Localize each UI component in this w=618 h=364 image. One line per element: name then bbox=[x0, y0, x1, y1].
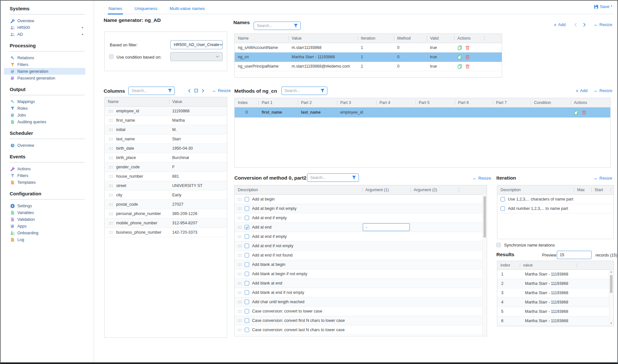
columns-search-input[interactable] bbox=[131, 88, 168, 93]
columns-row[interactable]: initialM. bbox=[105, 125, 227, 135]
drag-handle-icon[interactable] bbox=[108, 212, 113, 215]
conversion-row[interactable]: Add blank at end if not empty bbox=[235, 288, 487, 297]
sidebar-item-variables[interactable]: Variables bbox=[4, 209, 85, 216]
drag-handle-icon[interactable] bbox=[108, 231, 113, 234]
tab-names[interactable]: Names bbox=[108, 6, 123, 14]
conversion-row[interactable]: Add at end if empty bbox=[235, 213, 487, 223]
conversion-row[interactable]: Add blank at begin bbox=[235, 260, 487, 269]
sidebar-item-settings[interactable]: Settings bbox=[4, 202, 85, 209]
trash-icon[interactable] bbox=[465, 55, 470, 60]
names-add-button[interactable]: +Add bbox=[554, 22, 566, 27]
methods-resize-button[interactable]: ⇔Resize bbox=[593, 88, 612, 93]
names-search-input[interactable] bbox=[256, 23, 294, 28]
conversion-scrollbar[interactable] bbox=[482, 194, 487, 336]
checkbox[interactable] bbox=[501, 197, 505, 201]
columns-row[interactable]: first_nameMartha bbox=[105, 116, 227, 125]
conversion-row[interactable]: Case conversion: convert to lower case bbox=[235, 307, 487, 316]
results-row[interactable]: 2Martha Starr - 11193868 bbox=[497, 279, 613, 288]
trash-icon[interactable] bbox=[582, 110, 586, 115]
columns-row[interactable]: business_phone_number142-720-3373 bbox=[105, 228, 227, 237]
filter-funnel-icon[interactable] bbox=[320, 89, 325, 93]
checkbox[interactable] bbox=[501, 206, 505, 211]
conversion-row[interactable]: Add at begin if not empty bbox=[235, 204, 487, 213]
drag-handle-icon[interactable] bbox=[237, 244, 242, 247]
columns-resize-button[interactable]: ⇔Resize bbox=[212, 88, 231, 93]
sidebar-item-onboarding[interactable]: Onboarding bbox=[4, 229, 85, 236]
names-row[interactable]: ng_userPrincipalNamem.starr11193868@t4ed… bbox=[235, 62, 502, 71]
trash-icon[interactable] bbox=[465, 45, 470, 50]
drag-handle-icon[interactable] bbox=[108, 175, 113, 178]
methods-add-button[interactable]: +Add bbox=[576, 88, 587, 93]
columns-row[interactable]: birth_placeBurchinal bbox=[105, 153, 227, 163]
drag-handle-icon[interactable] bbox=[108, 119, 113, 122]
copy-icon[interactable] bbox=[457, 55, 462, 60]
checkbox[interactable] bbox=[245, 225, 249, 229]
drag-handle-icon[interactable] bbox=[237, 328, 242, 331]
scrollbar-thumb[interactable] bbox=[610, 275, 613, 293]
copy-icon[interactable] bbox=[457, 64, 462, 69]
scroll-down-icon[interactable]: ▼ bbox=[609, 321, 613, 325]
filter-select[interactable]: HR500_AD_User_Create bbox=[170, 40, 223, 49]
results-row[interactable]: 5Martha Starr - 11193868 bbox=[497, 307, 613, 316]
checkbox[interactable] bbox=[245, 197, 249, 201]
columns-row[interactable]: gender_codeF bbox=[105, 163, 227, 172]
copy-icon[interactable] bbox=[574, 110, 579, 115]
columns-row[interactable]: employee_id11193868 bbox=[105, 107, 227, 116]
sidebar-item-roles[interactable]: Roles bbox=[4, 105, 85, 112]
sidebar-item-templates[interactable]: Templates bbox=[4, 179, 85, 186]
sidebar-item-apps[interactable]: Apps bbox=[4, 223, 85, 229]
sidebar-item-hr500[interactable]: HR500▸ bbox=[4, 24, 85, 31]
preview-input[interactable] bbox=[557, 251, 592, 259]
drag-handle-icon[interactable] bbox=[108, 203, 113, 206]
conversion-row[interactable]: Add at begin bbox=[235, 195, 487, 204]
columns-row[interactable]: personal_phone_number385-209-1226 bbox=[105, 209, 227, 219]
columns-next-button[interactable] bbox=[201, 89, 205, 93]
conversion-row[interactable]: Add at end if empty bbox=[235, 232, 487, 241]
columns-row[interactable]: mobile_phone_number312-954-8207 bbox=[105, 219, 227, 228]
drag-handle-icon[interactable] bbox=[237, 216, 242, 219]
checkbox[interactable] bbox=[245, 216, 249, 220]
drag-handle-icon[interactable] bbox=[108, 128, 113, 131]
conversion-row[interactable]: Add blank at begin if not empty bbox=[235, 269, 487, 279]
columns-row[interactable]: cityEarly bbox=[105, 191, 227, 200]
use-condition-checkbox[interactable] bbox=[109, 54, 114, 59]
tab-uniqueness[interactable]: Uniqueness bbox=[134, 6, 158, 14]
filter-funnel-icon[interactable] bbox=[168, 89, 172, 93]
columns-prev-button[interactable] bbox=[188, 89, 192, 93]
results-row[interactable]: 1Martha Starr - 11193868 bbox=[497, 270, 613, 279]
conversion-row[interactable]: Add at end if not found bbox=[235, 251, 487, 260]
sidebar-item-actions[interactable]: Actions bbox=[4, 165, 85, 172]
synchronize-checkbox[interactable] bbox=[496, 243, 501, 247]
trash-icon[interactable] bbox=[465, 64, 470, 69]
results-row[interactable]: 6Martha Starr - 11193868 bbox=[497, 316, 613, 326]
names-resize-button[interactable]: ⇔Resize bbox=[593, 22, 612, 27]
conversion-row[interactable]: Add at end bbox=[235, 223, 487, 232]
methods-search-input[interactable] bbox=[284, 88, 320, 93]
names-next-button[interactable] bbox=[582, 23, 586, 27]
checkbox[interactable] bbox=[245, 206, 249, 211]
conversion-row[interactable]: Case conversion: convert first N chars t… bbox=[235, 316, 487, 325]
sidebar-item-mappings[interactable]: Mappings bbox=[4, 98, 85, 105]
save-button[interactable]: Save * bbox=[594, 4, 612, 9]
drag-handle-icon[interactable] bbox=[108, 156, 113, 159]
sidebar-item-auditing-queries[interactable]: Auditing queries bbox=[4, 118, 85, 125]
sidebar-item-jobs[interactable]: Jobs bbox=[4, 112, 85, 118]
names-prev-button[interactable] bbox=[574, 23, 578, 27]
columns-stop-button[interactable] bbox=[194, 89, 198, 93]
checkbox[interactable] bbox=[245, 328, 249, 332]
drag-handle-icon[interactable] bbox=[237, 282, 242, 285]
sidebar-item-relations[interactable]: Relations bbox=[4, 54, 85, 61]
copy-icon[interactable] bbox=[457, 45, 462, 50]
columns-row[interactable]: postal_code27027 bbox=[105, 200, 227, 209]
drag-handle-icon[interactable] bbox=[239, 111, 243, 114]
methods-row[interactable]: 0first_namelast_nameemployee_id bbox=[235, 107, 610, 117]
drag-handle-icon[interactable] bbox=[237, 291, 242, 294]
checkbox[interactable] bbox=[245, 262, 249, 267]
iteration-resize-button[interactable]: ⇔Resize bbox=[593, 176, 612, 181]
sidebar-item-overview[interactable]: Overview bbox=[4, 142, 85, 149]
columns-row[interactable]: birth_date1950-04-30 bbox=[105, 144, 227, 153]
drag-handle-icon[interactable] bbox=[108, 109, 113, 113]
conversion-row[interactable]: Add at end if not empty bbox=[235, 241, 487, 251]
sidebar-item-validation[interactable]: Validation bbox=[4, 216, 85, 223]
drag-handle-icon[interactable] bbox=[108, 165, 113, 169]
